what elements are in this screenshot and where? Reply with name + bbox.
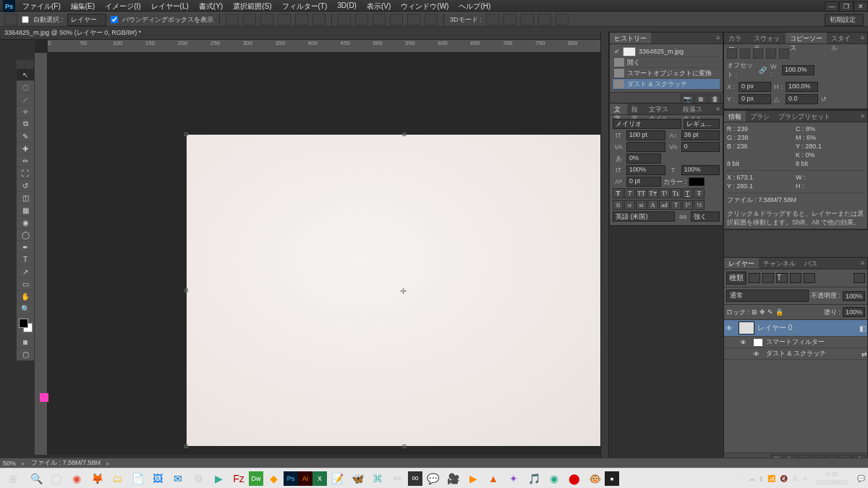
- app7-icon[interactable]: ◉: [544, 468, 564, 489]
- x-field[interactable]: 0 px: [739, 82, 771, 92]
- clonesource-tab[interactable]: コピーソース: [786, 33, 827, 43]
- ot-T1-button[interactable]: T: [671, 200, 681, 210]
- info-menu-icon[interactable]: ≡: [858, 111, 867, 122]
- eraser-tool-icon[interactable]: ◫: [17, 192, 34, 204]
- history-item-smartobj[interactable]: スマートオブジェクトに変換: [613, 68, 720, 79]
- app5-icon[interactable]: 00: [408, 471, 422, 486]
- distribute-top-icon[interactable]: [338, 14, 351, 25]
- heal-tool-icon[interactable]: ✚: [17, 143, 34, 155]
- ot-sigma-button[interactable]: σ: [624, 200, 635, 210]
- smart-filter-item[interactable]: 👁 ダスト & スクラッチ ⇄: [724, 348, 867, 360]
- bold-button[interactable]: T: [613, 188, 624, 198]
- battery-icon[interactable]: ▮: [760, 475, 763, 482]
- menu-file[interactable]: ファイル(F): [18, 0, 65, 13]
- mode3d-icon-5[interactable]: [556, 14, 569, 25]
- font-weight-field[interactable]: レギュ...: [684, 119, 720, 129]
- tracking-field[interactable]: 0: [681, 142, 720, 152]
- media-icon[interactable]: ▶: [208, 468, 229, 489]
- collapsed-panel-strip[interactable]: [600, 32, 609, 468]
- clonesource-menu-icon[interactable]: ≡: [858, 33, 867, 43]
- align-right-icon[interactable]: [260, 14, 273, 25]
- app2-icon[interactable]: 🦋: [347, 468, 367, 489]
- angle-field[interactable]: 0.0: [786, 94, 818, 104]
- explorer-icon[interactable]: 🗂: [107, 468, 127, 489]
- y-field[interactable]: 0 px: [739, 94, 771, 104]
- close-button[interactable]: ✕: [854, 1, 868, 12]
- transform-center-icon[interactable]: ✛: [400, 287, 408, 295]
- color-tab[interactable]: カラー: [724, 33, 749, 43]
- maximize-button[interactable]: ❐: [839, 1, 854, 12]
- filter-visibility-icon[interactable]: 👁: [753, 350, 763, 358]
- layers-tab[interactable]: レイヤー: [724, 258, 759, 269]
- cloud-icon[interactable]: ☁: [749, 475, 755, 482]
- text-color-swatch[interactable]: [689, 177, 705, 186]
- gradient-tool-icon[interactable]: ▦: [17, 204, 34, 216]
- dreamweaver-icon[interactable]: Dw: [249, 471, 263, 486]
- terminal-icon[interactable]: ▪: [605, 471, 619, 486]
- illustrator-icon[interactable]: Ai: [298, 471, 312, 486]
- menu-layer[interactable]: レイヤー(L): [147, 0, 193, 13]
- history-source[interactable]: ✔ 3364825_m.jpg: [613, 46, 720, 57]
- quickmask-icon[interactable]: ◙: [17, 336, 34, 348]
- filter-visibility-icon[interactable]: 👁: [740, 339, 750, 346]
- player-icon[interactable]: ▶: [463, 468, 483, 489]
- align-vcenter-icon[interactable]: [295, 14, 308, 25]
- app4-icon[interactable]: ✏: [388, 468, 408, 489]
- style-tab[interactable]: スタイル: [827, 33, 857, 43]
- align-top-icon[interactable]: [278, 14, 291, 25]
- handle-ml[interactable]: [184, 289, 188, 293]
- align-left-icon[interactable]: [226, 14, 239, 25]
- tsume-field[interactable]: 0%: [626, 153, 661, 164]
- app6-icon[interactable]: ✦: [503, 468, 524, 489]
- hand-tool-icon[interactable]: ✋: [17, 290, 34, 303]
- ot-ad-button[interactable]: ad: [659, 200, 670, 210]
- app3-icon[interactable]: ⌘: [367, 468, 388, 489]
- excel-icon[interactable]: X: [312, 471, 327, 486]
- vlc-icon[interactable]: ▲: [483, 468, 503, 489]
- lock-position-icon[interactable]: ✥: [760, 308, 765, 316]
- brush-tool-icon[interactable]: ✏: [17, 155, 34, 167]
- vscale-field[interactable]: 100%: [626, 165, 665, 175]
- leading-field[interactable]: 36 pt: [681, 130, 720, 140]
- w-field[interactable]: 100.0%: [782, 65, 814, 75]
- channels-tab[interactable]: チャンネル: [759, 258, 800, 269]
- lock-paint-icon[interactable]: ✎: [767, 308, 773, 316]
- clone-src-5-icon[interactable]: [779, 49, 789, 59]
- pen-tool-icon[interactable]: ✒: [17, 241, 34, 253]
- marquee-tool-icon[interactable]: ◌: [17, 81, 34, 93]
- distribute-vcenter-icon[interactable]: [355, 14, 368, 25]
- lock-pixels-icon[interactable]: ⊞: [752, 308, 757, 316]
- kerning-field[interactable]: [626, 142, 665, 152]
- zoom-icon[interactable]: 🎥: [443, 468, 463, 489]
- blend-mode-select[interactable]: 通常: [726, 290, 809, 302]
- filter-shape-icon[interactable]: [790, 273, 801, 283]
- align-bottom-icon[interactable]: [312, 14, 326, 25]
- shape-tool-icon[interactable]: ▭: [17, 278, 34, 290]
- link-icon[interactable]: 🔗: [759, 67, 767, 74]
- allcaps-button[interactable]: TT: [636, 188, 647, 198]
- filter-options-icon[interactable]: ⇄: [861, 350, 867, 358]
- music-icon[interactable]: 🎵: [524, 468, 544, 489]
- handle-tc[interactable]: [402, 132, 406, 136]
- app1-icon[interactable]: 📝: [327, 468, 347, 489]
- ime-a-icon[interactable]: A: [803, 475, 807, 482]
- menu-image[interactable]: イメージ(I): [101, 0, 145, 13]
- record-icon[interactable]: ⬤: [564, 468, 584, 489]
- ime-icon[interactable]: あ: [792, 474, 799, 483]
- handle-bl[interactable]: [184, 445, 188, 448]
- character-tab[interactable]: 文字: [610, 104, 627, 114]
- strike-button[interactable]: Ŧ: [694, 188, 705, 198]
- magic-wand-tool-icon[interactable]: ✧: [17, 106, 34, 118]
- h-field[interactable]: 100.0%: [786, 82, 818, 92]
- screenmode-icon[interactable]: ▢: [17, 348, 34, 361]
- menu-help[interactable]: ヘルプ(H): [454, 0, 495, 13]
- mode3d-icon-1[interactable]: [486, 14, 499, 25]
- blur-tool-icon[interactable]: ◉: [17, 216, 34, 229]
- crop-tool-icon[interactable]: ⧉: [17, 118, 34, 130]
- stamp-tool-icon[interactable]: ⛶: [17, 167, 34, 180]
- distribute-bottom-icon[interactable]: [373, 14, 386, 25]
- zoom-tool-icon[interactable]: 🔍: [17, 303, 34, 315]
- menu-select[interactable]: 選択範囲(S): [229, 0, 276, 13]
- history-item-dust[interactable]: ダスト & スクラッチ: [613, 79, 720, 90]
- volume-icon[interactable]: 🔇: [780, 475, 788, 482]
